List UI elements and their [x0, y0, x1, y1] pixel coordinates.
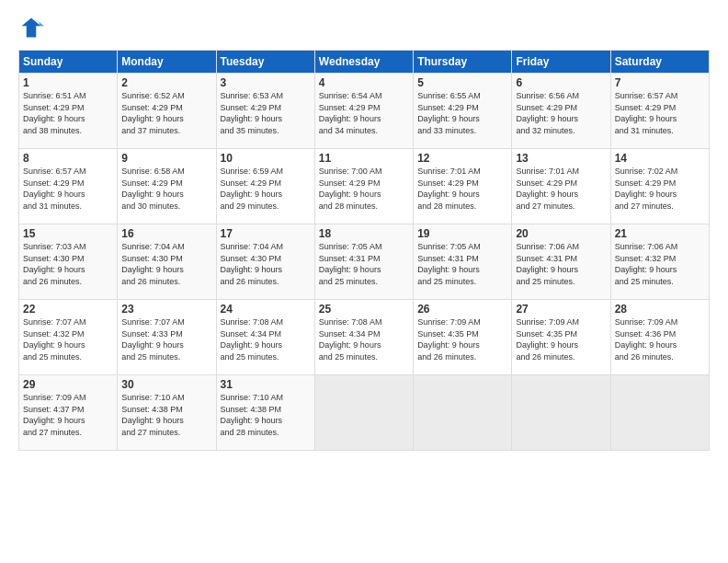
calendar-week-3: 15Sunrise: 7:03 AM Sunset: 4:30 PM Dayli…: [19, 224, 710, 300]
calendar-cell: 3Sunrise: 6:53 AM Sunset: 4:29 PM Daylig…: [216, 74, 314, 149]
calendar-cell: 19Sunrise: 7:05 AM Sunset: 4:31 PM Dayli…: [414, 224, 512, 300]
col-friday: Friday: [512, 51, 610, 74]
calendar-cell: 20Sunrise: 7:06 AM Sunset: 4:31 PM Dayli…: [512, 224, 610, 300]
calendar-cell: 9Sunrise: 6:58 AM Sunset: 4:29 PM Daylig…: [118, 149, 216, 224]
calendar-cell: 13Sunrise: 7:01 AM Sunset: 4:29 PM Dayli…: [512, 149, 610, 224]
day-number: 18: [319, 227, 409, 240]
calendar-cell: 4Sunrise: 6:54 AM Sunset: 4:29 PM Daylig…: [314, 74, 413, 149]
day-info: Sunrise: 7:08 AM Sunset: 4:34 PM Dayligh…: [221, 316, 311, 362]
day-info: Sunrise: 7:06 AM Sunset: 4:32 PM Dayligh…: [615, 241, 705, 287]
day-number: 14: [615, 152, 705, 165]
calendar-cell: 30Sunrise: 7:10 AM Sunset: 4:38 PM Dayli…: [118, 375, 216, 451]
day-number: 30: [121, 378, 211, 391]
calendar-cell: 8Sunrise: 6:57 AM Sunset: 4:29 PM Daylig…: [19, 149, 118, 224]
day-number: 13: [516, 152, 606, 165]
day-info: Sunrise: 7:09 AM Sunset: 4:36 PM Dayligh…: [615, 316, 705, 362]
calendar-cell: 26Sunrise: 7:09 AM Sunset: 4:35 PM Dayli…: [414, 300, 512, 375]
day-info: Sunrise: 6:55 AM Sunset: 4:29 PM Dayligh…: [417, 90, 507, 136]
page: Sunday Monday Tuesday Wednesday Thursday…: [0, 0, 728, 460]
calendar-cell: 6Sunrise: 6:56 AM Sunset: 4:29 PM Daylig…: [512, 74, 610, 149]
calendar-week-4: 22Sunrise: 7:07 AM Sunset: 4:32 PM Dayli…: [19, 300, 710, 375]
header: [18, 15, 710, 40]
calendar-cell: 7Sunrise: 6:57 AM Sunset: 4:29 PM Daylig…: [610, 74, 709, 149]
calendar-cell: 1Sunrise: 6:51 AM Sunset: 4:29 PM Daylig…: [19, 74, 118, 149]
calendar-cell: [610, 375, 709, 451]
calendar-cell: 29Sunrise: 7:09 AM Sunset: 4:37 PM Dayli…: [19, 375, 118, 451]
day-number: 16: [121, 227, 211, 240]
calendar-cell: 18Sunrise: 7:05 AM Sunset: 4:31 PM Dayli…: [314, 224, 413, 300]
calendar-cell: 22Sunrise: 7:07 AM Sunset: 4:32 PM Dayli…: [19, 300, 118, 375]
day-number: 26: [417, 303, 507, 316]
day-number: 27: [516, 303, 606, 316]
day-number: 29: [23, 378, 113, 391]
day-number: 15: [23, 227, 113, 240]
day-info: Sunrise: 7:03 AM Sunset: 4:30 PM Dayligh…: [23, 241, 113, 287]
day-number: 21: [615, 227, 705, 240]
day-info: Sunrise: 7:00 AM Sunset: 4:29 PM Dayligh…: [319, 166, 409, 212]
day-number: 28: [615, 303, 705, 316]
calendar-cell: 25Sunrise: 7:08 AM Sunset: 4:34 PM Dayli…: [314, 300, 413, 375]
calendar-cell: [314, 375, 413, 451]
day-number: 11: [319, 152, 409, 165]
day-info: Sunrise: 7:08 AM Sunset: 4:34 PM Dayligh…: [319, 316, 409, 362]
calendar-cell: 27Sunrise: 7:09 AM Sunset: 4:35 PM Dayli…: [512, 300, 610, 375]
day-info: Sunrise: 7:10 AM Sunset: 4:38 PM Dayligh…: [121, 392, 211, 438]
day-info: Sunrise: 7:02 AM Sunset: 4:29 PM Dayligh…: [615, 166, 705, 212]
calendar-week-2: 8Sunrise: 6:57 AM Sunset: 4:29 PM Daylig…: [19, 149, 710, 224]
calendar-cell: 12Sunrise: 7:01 AM Sunset: 4:29 PM Dayli…: [414, 149, 512, 224]
day-number: 6: [516, 76, 606, 89]
day-info: Sunrise: 7:09 AM Sunset: 4:35 PM Dayligh…: [417, 316, 507, 362]
calendar-cell: 23Sunrise: 7:07 AM Sunset: 4:33 PM Dayli…: [118, 300, 216, 375]
day-number: 3: [221, 76, 311, 89]
col-thursday: Thursday: [414, 51, 512, 74]
calendar-cell: 16Sunrise: 7:04 AM Sunset: 4:30 PM Dayli…: [118, 224, 216, 300]
svg-marker-0: [22, 18, 41, 38]
day-info: Sunrise: 7:07 AM Sunset: 4:32 PM Dayligh…: [23, 316, 113, 362]
calendar-week-5: 29Sunrise: 7:09 AM Sunset: 4:37 PM Dayli…: [19, 375, 710, 451]
day-number: 8: [23, 152, 113, 165]
day-number: 24: [221, 303, 311, 316]
calendar-cell: 28Sunrise: 7:09 AM Sunset: 4:36 PM Dayli…: [610, 300, 709, 375]
calendar-cell: 24Sunrise: 7:08 AM Sunset: 4:34 PM Dayli…: [216, 300, 314, 375]
day-number: 17: [221, 227, 311, 240]
day-number: 31: [221, 378, 311, 391]
day-number: 20: [516, 227, 606, 240]
calendar-cell: [512, 375, 610, 451]
day-number: 2: [121, 76, 211, 89]
col-tuesday: Tuesday: [216, 51, 314, 74]
logo: [18, 15, 48, 40]
calendar-table: Sunday Monday Tuesday Wednesday Thursday…: [18, 50, 710, 451]
day-info: Sunrise: 7:10 AM Sunset: 4:38 PM Dayligh…: [221, 392, 311, 438]
day-info: Sunrise: 6:53 AM Sunset: 4:29 PM Dayligh…: [221, 90, 311, 136]
day-info: Sunrise: 7:09 AM Sunset: 4:37 PM Dayligh…: [23, 392, 113, 438]
header-row: Sunday Monday Tuesday Wednesday Thursday…: [19, 51, 710, 74]
calendar-cell: 14Sunrise: 7:02 AM Sunset: 4:29 PM Dayli…: [610, 149, 709, 224]
day-info: Sunrise: 6:52 AM Sunset: 4:29 PM Dayligh…: [121, 90, 211, 136]
day-number: 5: [417, 76, 507, 89]
calendar-cell: 2Sunrise: 6:52 AM Sunset: 4:29 PM Daylig…: [118, 74, 216, 149]
day-number: 12: [417, 152, 507, 165]
day-info: Sunrise: 6:59 AM Sunset: 4:29 PM Dayligh…: [221, 166, 311, 212]
day-info: Sunrise: 7:01 AM Sunset: 4:29 PM Dayligh…: [516, 166, 606, 212]
calendar-cell: 31Sunrise: 7:10 AM Sunset: 4:38 PM Dayli…: [216, 375, 314, 451]
day-info: Sunrise: 7:06 AM Sunset: 4:31 PM Dayligh…: [516, 241, 606, 287]
calendar-cell: 17Sunrise: 7:04 AM Sunset: 4:30 PM Dayli…: [216, 224, 314, 300]
calendar-cell: 21Sunrise: 7:06 AM Sunset: 4:32 PM Dayli…: [610, 224, 709, 300]
col-saturday: Saturday: [610, 51, 709, 74]
day-info: Sunrise: 6:58 AM Sunset: 4:29 PM Dayligh…: [121, 166, 211, 212]
day-number: 23: [121, 303, 211, 316]
calendar-cell: 15Sunrise: 7:03 AM Sunset: 4:30 PM Dayli…: [19, 224, 118, 300]
day-number: 4: [319, 76, 409, 89]
day-number: 9: [121, 152, 211, 165]
day-info: Sunrise: 7:07 AM Sunset: 4:33 PM Dayligh…: [121, 316, 211, 362]
day-number: 19: [417, 227, 507, 240]
day-info: Sunrise: 6:54 AM Sunset: 4:29 PM Dayligh…: [319, 90, 409, 136]
col-monday: Monday: [118, 51, 216, 74]
calendar-week-1: 1Sunrise: 6:51 AM Sunset: 4:29 PM Daylig…: [19, 74, 710, 149]
day-info: Sunrise: 6:57 AM Sunset: 4:29 PM Dayligh…: [23, 166, 113, 212]
calendar-cell: [414, 375, 512, 451]
col-sunday: Sunday: [19, 51, 118, 74]
day-number: 7: [615, 76, 705, 89]
calendar-cell: 5Sunrise: 6:55 AM Sunset: 4:29 PM Daylig…: [414, 74, 512, 149]
calendar-cell: 10Sunrise: 6:59 AM Sunset: 4:29 PM Dayli…: [216, 149, 314, 224]
